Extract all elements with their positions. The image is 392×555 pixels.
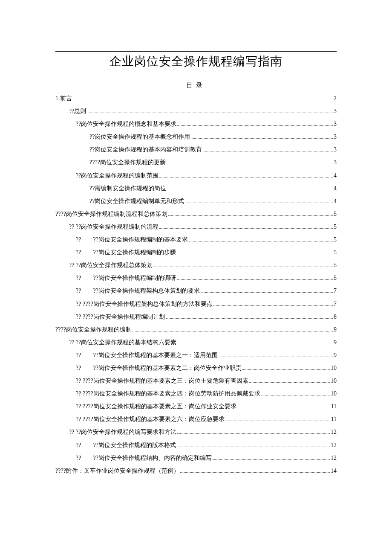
toc-entry: ??岗位安全操作规程编制单元和形式4 (55, 195, 337, 208)
toc-leader-dots (242, 369, 330, 370)
toc-entry-label: ?? ??岗位安全操作规程编制的调研 (76, 272, 176, 285)
toc-entry-page: 4 (334, 182, 337, 195)
toc-entry-page: 8 (334, 311, 337, 323)
toc-entry-label: ??需编制安全操作规程的岗位 (89, 182, 166, 195)
toc-leader-dots (177, 433, 330, 434)
toc-leader-dots (185, 203, 333, 203)
table-of-contents: 1.前言2??总则3??岗位安全操作规程的概念和基本要求3??岗位安全操作规程的… (55, 92, 337, 477)
toc-entry: ?? ??岗位安全操作规程的编写要求和方法12 (55, 426, 337, 439)
toc-entry: ?? ????岗位安全操作规程架构总体策划的方法和要点7 (55, 298, 337, 311)
toc-entry: ?? ??岗位安全操作规程编制的基本要求5 (55, 233, 337, 246)
toc-entry-page: 11 (331, 413, 337, 426)
document-page: 企业岗位安全操作规程编写指南 目录 1.前言2??总则3??岗位安全操作规程的概… (0, 0, 392, 503)
toc-entry-page: 7 (334, 285, 337, 297)
toc-leader-dots (166, 318, 333, 319)
toc-entry-page: 3 (334, 105, 337, 118)
toc-leader-dots (168, 215, 333, 216)
toc-leader-dots (261, 395, 330, 395)
toc-entry-label: ????岗位安全操作规程编制流程和总体策划 (55, 208, 167, 221)
toc-entry-page: 14 (331, 465, 337, 477)
toc-entry: ??岗位安全操作规程的概念和基本要求3 (55, 118, 337, 131)
toc-entry-page: 2 (334, 92, 337, 105)
toc-entry-page: 12 (331, 452, 337, 465)
toc-entry-page: 5 (334, 272, 337, 285)
toc-leader-dots (249, 382, 330, 383)
toc-entry-label: ?? ??岗位安全操作规程结构、内容的确定和编写 (76, 452, 212, 465)
toc-leader-dots (167, 164, 333, 164)
toc-entry: ?? ??岗位安全操作规程编制的流程5 (55, 221, 337, 233)
toc-entry: ??岗位安全操作规程的编制范围4 (55, 169, 337, 182)
toc-leader-dots (159, 177, 333, 177)
document-title: 企业岗位安全操作规程编写指南 (55, 53, 337, 70)
horizontal-rule (55, 51, 337, 52)
toc-entry-label: ?? ??岗位安全操作规程编制的流程 (69, 221, 159, 233)
toc-entry: ?? ??岗位安全操作规程架构总体策划的要求7 (55, 285, 337, 297)
toc-leader-dots (201, 292, 333, 293)
toc-entry-page: 5 (334, 221, 337, 233)
toc-entry: ?? ??岗位安全操作规程的基本要素之二：岗位安全作业职责10 (55, 362, 337, 375)
toc-leader-dots (213, 305, 333, 306)
toc-entry-page: 10 (331, 375, 337, 387)
toc-entry-label: ??岗位安全操作规程的概念和基本要求 (76, 118, 176, 131)
toc-entry-page: 9 (334, 349, 337, 362)
toc-entry: ?? ????岗位安全操作规程的基本要素之四：岗位劳动防护用品佩戴要求10 (55, 387, 337, 400)
toc-leader-dots (133, 331, 333, 331)
toc-leader-dots (177, 279, 333, 280)
toc-leader-dots (225, 421, 330, 421)
toc-entry-page: 4 (334, 169, 337, 182)
toc-leader-dots (159, 228, 333, 229)
toc-entry: ??岗位安全操作规程的基本内容和培训教育3 (55, 143, 337, 156)
toc-entry-label: ??岗位安全操作规程的编制范围 (76, 169, 159, 182)
toc-leader-dots (177, 254, 333, 254)
toc-entry-label: ?? ??岗位安全操作规程的版本格式 (76, 439, 176, 452)
toc-entry: ?? ????岗位安全操作规程的基本要素之五：岗位作业安全要求11 (55, 400, 337, 413)
toc-leader-dots (237, 408, 330, 408)
toc-entry-page: 5 (334, 246, 337, 259)
toc-entry-page: 11 (331, 400, 337, 413)
toc-entry-label: ?? ??岗位安全操作规程编制的步骤 (76, 246, 176, 259)
toc-entry: ????岗位安全操作规程编制流程和总体策划5 (55, 208, 337, 221)
toc-entry: 1.前言2 (55, 92, 337, 105)
toc-entry: ?? ??岗位安全操作规程总体策划5 (55, 259, 337, 272)
toc-leader-dots (87, 113, 333, 113)
toc-leader-dots (167, 190, 333, 190)
toc-entry-label: ?? ????岗位安全操作规程的基本要素之四：岗位劳动防护用品佩戴要求 (76, 387, 260, 400)
toc-entry-label: ?? ????岗位安全操作规程的基本要素之六：岗位应急要求 (76, 413, 225, 426)
toc-entry-label: ????岗位安全操作规程的编制 (55, 323, 132, 336)
toc-entry-label: ?? ??岗位安全操作规程的基本要素之二：岗位安全作业职责 (76, 362, 242, 375)
toc-entry-page: 3 (334, 131, 337, 143)
toc-leader-dots (73, 100, 333, 100)
toc-entry-page: 9 (334, 336, 337, 349)
toc-entry-label: ?? ??岗位安全操作规程架构总体策划的要求 (76, 285, 200, 297)
toc-leader-dots (177, 344, 333, 344)
toc-entry: ?? ??岗位安全操作规程结构、内容的确定和编写12 (55, 452, 337, 465)
toc-leader-dots (153, 267, 333, 267)
toc-entry-page: 10 (331, 387, 337, 400)
toc-entry-label: ?? ??岗位安全操作规程的编写要求和方法 (69, 426, 176, 439)
toc-entry: ?? ??岗位安全操作规程编制的步骤5 (55, 246, 337, 259)
toc-entry-label: ?? ????岗位安全操作规程架构总体策划的方法和要点 (76, 298, 213, 311)
toc-entry-label: ??岗位安全操作规程的基本概念和作用 (89, 131, 190, 143)
toc-heading: 目录 (55, 81, 337, 90)
toc-entry: ????岗位安全操作规程的编制9 (55, 323, 337, 336)
toc-entry-page: 10 (331, 362, 337, 375)
toc-leader-dots (189, 241, 333, 241)
toc-entry: ?? ????岗位安全操作规程的基本要素之六：岗位应急要求11 (55, 413, 337, 426)
toc-entry: ??需编制安全操作规程的岗位4 (55, 182, 337, 195)
toc-entry: ??总则3 (55, 105, 337, 118)
toc-entry: ?? ??岗位安全操作规程编制的调研5 (55, 272, 337, 285)
toc-entry-page: 12 (331, 426, 337, 439)
toc-entry: ?? ????岗位安全操作规程编制计划8 (55, 311, 337, 323)
toc-entry-page: 9 (334, 323, 337, 336)
toc-leader-dots (203, 151, 333, 151)
toc-entry: ?? ??岗位安全操作规程的版本格式12 (55, 439, 337, 452)
toc-leader-dots (219, 357, 333, 357)
toc-entry: ?? ??岗位安全操作规程的基本要素之一：适用范围9 (55, 349, 337, 362)
toc-entry-label: 1.前言 (55, 92, 72, 105)
toc-entry-page: 3 (334, 156, 337, 169)
toc-leader-dots (191, 138, 333, 139)
toc-leader-dots (177, 125, 333, 126)
toc-entry: ????岗位安全操作规程的更新3 (55, 156, 337, 169)
toc-leader-dots (213, 459, 330, 460)
toc-entry-page: 7 (334, 298, 337, 311)
